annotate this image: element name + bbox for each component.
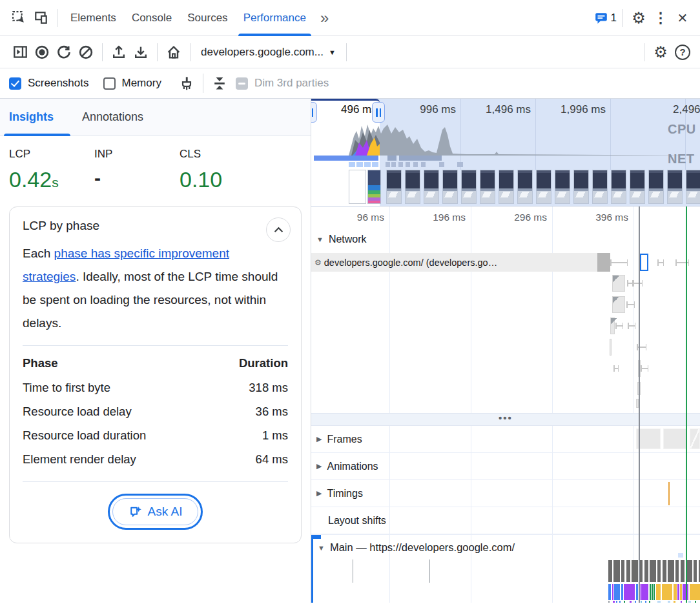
filmstrip-frame-blank[interactable] bbox=[349, 170, 366, 204]
screenshots-checkbox-row[interactable]: Screenshots bbox=[9, 77, 89, 90]
flame-segment[interactable] bbox=[636, 584, 638, 600]
home-icon[interactable] bbox=[163, 41, 185, 63]
record-icon[interactable] bbox=[31, 41, 53, 63]
tab-elements[interactable]: Elements bbox=[63, 0, 124, 36]
filmstrip-frame[interactable] bbox=[648, 170, 664, 204]
issues-counter[interactable]: 1 bbox=[594, 11, 617, 25]
filmstrip-frame[interactable] bbox=[611, 170, 626, 204]
request-block[interactable] bbox=[612, 275, 625, 292]
flame-segment[interactable] bbox=[668, 601, 670, 603]
request-whisker[interactable] bbox=[613, 368, 619, 369]
filmstrip-frame[interactable] bbox=[424, 170, 439, 204]
request-block[interactable] bbox=[610, 317, 615, 334]
flame-segment[interactable] bbox=[613, 601, 615, 603]
tab-annotations[interactable]: Annotations bbox=[82, 99, 143, 136]
filmstrip-frame[interactable] bbox=[405, 170, 420, 204]
filmstrip-frame-paint[interactable] bbox=[367, 170, 381, 204]
request-block[interactable] bbox=[610, 339, 612, 356]
flame-segment[interactable] bbox=[612, 584, 613, 600]
expand-arrow-icon[interactable]: ▼ bbox=[318, 544, 325, 552]
memory-checkbox[interactable] bbox=[103, 77, 116, 90]
metric-inp[interactable]: INP - bbox=[94, 148, 180, 192]
flame-segment[interactable] bbox=[680, 584, 682, 600]
upload-profile-icon[interactable] bbox=[108, 41, 130, 63]
garbage-collect-brush-icon[interactable] bbox=[176, 72, 198, 94]
expand-arrow-icon[interactable]: ▶ bbox=[316, 489, 322, 498]
request-whisker[interactable] bbox=[615, 325, 623, 327]
flame-segment[interactable] bbox=[662, 584, 672, 600]
flame-segment[interactable] bbox=[695, 601, 696, 603]
frame-thumbnail[interactable] bbox=[663, 428, 687, 449]
timing-mark[interactable] bbox=[668, 482, 670, 505]
expand-arrow-icon[interactable]: ▼ bbox=[316, 236, 324, 243]
filmstrip-frame[interactable] bbox=[686, 170, 700, 204]
request-whisker[interactable] bbox=[632, 283, 643, 284]
flamechart-area[interactable]: 96 ms196 ms296 ms396 ms ▼ Network ⚙ deve… bbox=[311, 206, 700, 603]
settings-gear-icon[interactable]: ⚙ bbox=[628, 7, 650, 29]
flame-segment[interactable] bbox=[656, 584, 661, 600]
metric-lcp[interactable]: LCP 0.42s bbox=[9, 148, 94, 192]
flame-segment[interactable] bbox=[619, 601, 621, 603]
tab-insights[interactable]: Insights bbox=[9, 99, 54, 136]
request-block[interactable] bbox=[612, 296, 625, 313]
ask-ai-button[interactable]: Ask AI bbox=[112, 498, 199, 525]
selection-right-handle[interactable] bbox=[372, 102, 385, 123]
record-reload-icon[interactable] bbox=[53, 41, 75, 63]
clear-icon[interactable] bbox=[75, 41, 97, 63]
track-resize-handle[interactable]: ••• bbox=[311, 413, 700, 426]
tab-performance[interactable]: Performance bbox=[236, 0, 314, 36]
filmstrip-frame[interactable] bbox=[461, 170, 477, 204]
flame-segment[interactable] bbox=[624, 584, 635, 600]
flame-segment[interactable] bbox=[681, 601, 682, 603]
tab-sources[interactable]: Sources bbox=[180, 0, 235, 36]
filmstrip-frame[interactable] bbox=[386, 170, 402, 204]
kebab-menu-icon[interactable]: ⋮ bbox=[650, 7, 672, 29]
expand-arrow-icon[interactable]: ▶ bbox=[316, 435, 322, 443]
request-whisker[interactable] bbox=[628, 325, 635, 327]
filmstrip-frame[interactable] bbox=[499, 170, 514, 204]
track-animations[interactable]: ▶ Animations bbox=[311, 453, 700, 480]
screenshots-checkbox[interactable] bbox=[9, 77, 21, 90]
collapse-card-button[interactable] bbox=[266, 217, 291, 242]
flame-segment[interactable] bbox=[641, 584, 648, 600]
filmstrip-frame[interactable] bbox=[573, 170, 589, 204]
flame-segment[interactable] bbox=[654, 584, 655, 600]
flame-segment[interactable] bbox=[635, 601, 636, 603]
dim-3rd-parties-checkbox[interactable] bbox=[236, 77, 248, 90]
flame-segment[interactable] bbox=[630, 601, 632, 603]
more-tabs-icon[interactable]: » bbox=[314, 9, 335, 27]
flame-segment[interactable] bbox=[649, 601, 650, 603]
flame-segment[interactable] bbox=[608, 601, 610, 603]
device-toolbar-icon[interactable] bbox=[30, 7, 52, 29]
timeline-overview[interactable]: 496 ms996 ms1,496 ms1,996 ms2,496 ms CPU… bbox=[311, 99, 700, 206]
flame-segment[interactable] bbox=[641, 601, 642, 603]
flame-segment[interactable] bbox=[621, 584, 623, 600]
filmstrip-frame[interactable] bbox=[630, 170, 645, 204]
request-whisker[interactable] bbox=[626, 304, 635, 305]
help-icon[interactable]: ? bbox=[672, 41, 694, 63]
frame-thumbnail[interactable] bbox=[690, 428, 700, 449]
flame-segment[interactable] bbox=[608, 584, 611, 600]
filmstrip-frame[interactable] bbox=[667, 170, 683, 204]
filmstrip-frame[interactable] bbox=[517, 170, 533, 204]
collapse-tracks-icon[interactable] bbox=[209, 72, 231, 94]
filmstrip-frame[interactable] bbox=[442, 170, 458, 204]
flame-segment[interactable] bbox=[616, 601, 617, 603]
flame-segment[interactable] bbox=[657, 601, 661, 603]
filmstrip-frame[interactable] bbox=[555, 170, 570, 204]
flame-segment[interactable] bbox=[624, 601, 625, 603]
request-whisker[interactable] bbox=[641, 368, 648, 369]
track-timings[interactable]: ▶ Timings bbox=[311, 480, 700, 507]
flame-segment[interactable] bbox=[674, 584, 677, 600]
filmstrip-frame[interactable] bbox=[480, 170, 495, 204]
network-request-bar[interactable]: ⚙ developers.google.com/ (developers.go… bbox=[311, 253, 610, 272]
track-layout-shifts[interactable]: Layout shifts bbox=[311, 507, 700, 534]
filmstrip-frame[interactable] bbox=[536, 170, 551, 204]
flame-segment[interactable] bbox=[674, 601, 675, 603]
flame-segment[interactable] bbox=[690, 584, 700, 600]
request-whisker[interactable] bbox=[610, 262, 628, 263]
target-page-select[interactable]: developers.google.com... ▼ bbox=[196, 46, 341, 59]
flame-segment[interactable] bbox=[614, 584, 620, 600]
selection-left-handle[interactable] bbox=[311, 102, 317, 123]
metric-cls[interactable]: CLS 0.10 bbox=[180, 148, 265, 192]
